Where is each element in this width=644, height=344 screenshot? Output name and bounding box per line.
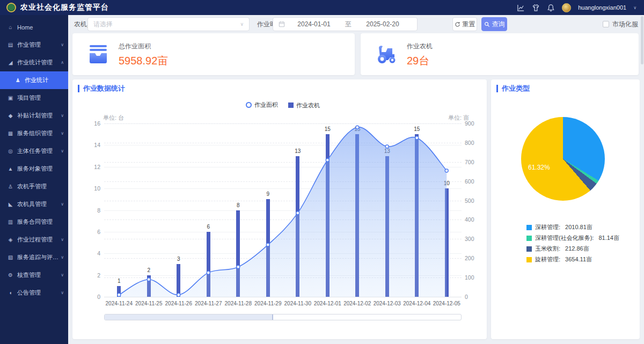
date-start-value[interactable]: 2024-01-01 (285, 20, 343, 28)
page-scrollbar[interactable] (640, 15, 644, 344)
line-point-2024-12-04[interactable] (415, 136, 419, 140)
pie-legend-label: 深耕管理(社会化服务): (535, 234, 594, 242)
line-point-2024-11-25[interactable] (147, 278, 150, 281)
chevron-down-icon: ∨ (61, 273, 64, 277)
sidebar-item-service-tracking-evaluation-management[interactable]: ▧服务追踪与评价管理∨ (0, 248, 68, 266)
right-axis-tick: 0 (465, 294, 485, 300)
sidebar-item-machinery-management[interactable]: ◣农机具管理∨ (0, 195, 68, 213)
sidebar-item-inspection-management[interactable]: ⚙核查管理∨ (0, 266, 68, 284)
line-point-2024-11-30[interactable] (296, 211, 299, 215)
pie-legend-item[interactable]: 深耕管理:2010.81亩 (526, 223, 619, 231)
sidebar-item-service-object-management[interactable]: ▲服务对象管理 (0, 160, 68, 178)
reset-button[interactable]: 重置 (452, 17, 477, 31)
announcement-management-icon: ◖ (7, 290, 14, 296)
line-point-2024-12-02[interactable] (356, 126, 359, 129)
right-axis-tick: 100 (465, 274, 485, 281)
chart-panel-title: 作业数据统计 (78, 85, 125, 92)
sidebar-item-label: 农机具管理 (17, 200, 60, 208)
sidebar-item-label: 作业统计 (25, 76, 64, 84)
total-area-value: 5958.92亩 (119, 54, 168, 68)
line-area-fill (119, 127, 447, 297)
machines-card: 作业农机 29台 (361, 33, 639, 75)
avatar[interactable] (562, 3, 571, 12)
sidebar-item-label: 公告管理 (17, 289, 60, 297)
sidebar-item-project-management[interactable]: ▣项目管理 (0, 89, 68, 107)
bell-icon[interactable] (547, 4, 555, 12)
service-contract-management-icon: ▥ (7, 219, 14, 225)
sidebar-item-entity-task-management[interactable]: ◎主体任务管理∨ (0, 142, 68, 160)
calendar-icon (279, 21, 285, 27)
date-end-value[interactable]: 2025-02-20 (354, 20, 412, 28)
job-type-pie-chart[interactable]: 61.32% (521, 117, 605, 201)
legend-item-area[interactable]: 作业面积 (246, 101, 278, 109)
pie-legend-item[interactable]: 深耕管理(社会化服务):81.14亩 (526, 234, 619, 242)
chart-icon[interactable] (517, 4, 525, 12)
legend-item-machines[interactable]: 作业农机 (288, 101, 320, 109)
pie-legend-label: 旋耕管理: (535, 255, 560, 264)
sidebar-item-job-management[interactable]: ▤作业管理∨ (0, 36, 68, 54)
chevron-down-icon[interactable]: ∨ (633, 5, 636, 10)
app-logo-icon (6, 3, 16, 12)
job-statistics-icon: ♟ (14, 77, 21, 83)
page-scrollbar-thumb[interactable] (641, 16, 643, 64)
machine-select[interactable]: 请选择 ∨ (87, 17, 250, 31)
line-point-2024-12-05[interactable] (445, 169, 448, 172)
sidebar-item-label: 核查管理 (17, 271, 60, 279)
left-axis-tick: 10 (80, 185, 100, 192)
pie-legend-item[interactable]: 玉米收割:212.86亩 (526, 245, 619, 253)
chart-legend: 作业面积 作业农机 (104, 101, 462, 109)
entity-task-management-icon: ◎ (7, 148, 14, 154)
total-area-label: 总作业面积 (119, 42, 168, 51)
inspection-management-icon: ⚙ (7, 272, 14, 278)
x-axis-label: 2024-12-01 (311, 301, 344, 306)
date-range-picker[interactable]: 2024-01-01 至 2025-02-20 (273, 17, 418, 31)
pie-legend-label: 玉米收割: (535, 245, 560, 253)
line-point-2024-12-03[interactable] (385, 145, 389, 148)
sidebar-item-job-process-management[interactable]: ◈作业过程管理∨ (0, 231, 68, 248)
skin-icon[interactable] (532, 4, 540, 12)
sidebar-item-service-contract-management[interactable]: ▥服务合同管理 (0, 213, 68, 231)
search-button[interactable]: 查询 (481, 17, 507, 31)
gridline (104, 297, 462, 297)
pie-legend-item[interactable]: 旋耕管理:3654.11亩 (526, 255, 619, 264)
line-point-2024-11-24[interactable] (118, 293, 121, 296)
sidebar-item-machine-operator-management[interactable]: ♙农机手管理 (0, 178, 68, 195)
line-point-2024-11-29[interactable] (266, 243, 269, 246)
datazoom-slider[interactable] (104, 314, 462, 320)
app-header: 农业社会化服务监管平台 huanglongxian001 ∨ (0, 0, 644, 15)
line-point-2024-11-26[interactable] (177, 293, 180, 296)
right-axis-tick: 500 (465, 197, 485, 204)
sidebar-item-label: 农机手管理 (17, 182, 64, 191)
chevron-up-icon: ∧ (61, 60, 64, 65)
sidebar-item-service-organization-management[interactable]: ▦服务组织管理∨ (0, 125, 68, 142)
sidebar-item-label: Home (17, 24, 64, 31)
x-axis-label: 2024-11-28 (222, 301, 255, 306)
market-service-label[interactable]: 市场化服务 (612, 15, 644, 33)
x-axis-label: 2024-11-27 (192, 301, 225, 306)
machinery-management-icon: ◣ (7, 201, 14, 207)
chevron-down-icon: ∨ (61, 113, 64, 118)
sidebar-item-job-statistics[interactable]: ♟作业统计 (0, 71, 68, 89)
line-point-2024-11-28[interactable] (237, 265, 240, 268)
sidebar-item-announcement-management[interactable]: ◖公告管理∨ (0, 284, 68, 302)
x-axis-label: 2024-12-02 (341, 301, 374, 306)
x-axis-label: 2024-12-04 (400, 301, 434, 306)
x-axis-label: 2024-11-26 (162, 301, 195, 306)
chevron-down-icon: ∨ (61, 202, 64, 207)
job-statistics-management-icon: ◢ (7, 60, 14, 65)
right-axis-tick: 400 (465, 216, 485, 223)
sidebar-item-subsidy-plan-management[interactable]: ◆补贴计划管理∨ (0, 107, 68, 125)
machines-value: 29台 (407, 54, 433, 68)
pie-slice-label: 61.32% (528, 164, 550, 171)
line-point-2024-12-01[interactable] (326, 158, 329, 162)
sidebar-item-home[interactable]: ⌂Home (0, 18, 68, 36)
market-service-checkbox[interactable] (603, 21, 609, 27)
sidebar-item-label: 作业过程管理 (17, 236, 60, 244)
username[interactable]: huanglongxian001 (578, 4, 626, 11)
pie-legend: 深耕管理:2010.81亩深耕管理(社会化服务):81.14亩玉米收割:212.… (526, 223, 619, 266)
chevron-down-icon: ∨ (61, 290, 64, 295)
sidebar-item-job-statistics-management[interactable]: ◢作业统计管理∧ (0, 54, 68, 71)
datazoom-handle[interactable] (105, 314, 273, 320)
pie-legend-label: 深耕管理: (535, 223, 560, 231)
line-point-2024-11-27[interactable] (207, 271, 210, 274)
